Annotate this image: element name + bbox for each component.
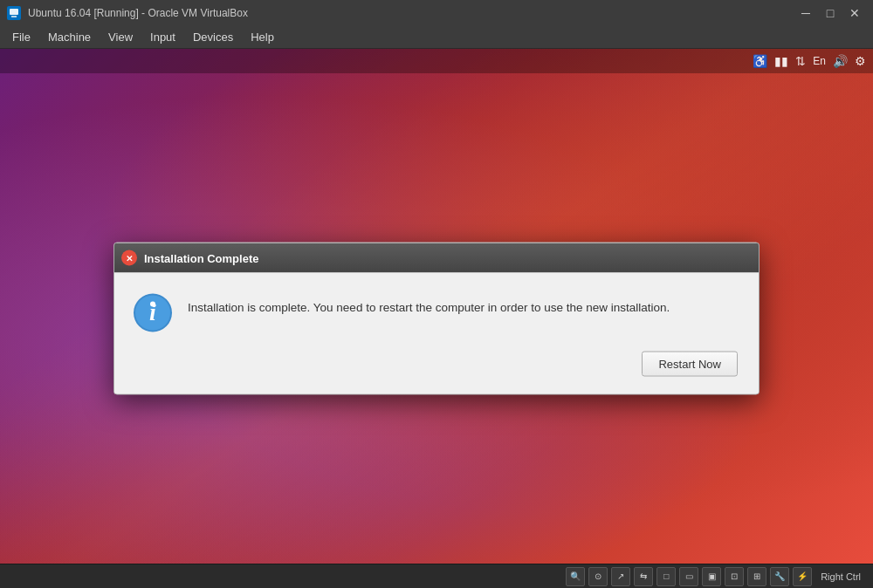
menu-input[interactable]: Input [141,28,184,46]
app-icon [7,6,21,20]
installation-complete-dialog: Installation Complete i Installation is … [113,243,760,395]
maximize-button[interactable]: □ [819,3,842,23]
panel-battery-icon: ▮▮ [774,54,788,68]
window-title: Ubuntu 16.04 [Running] - Oracle VM Virtu… [28,7,787,19]
title-bar: Ubuntu 16.04 [Running] - Oracle VM Virtu… [0,0,873,26]
dialog-body: i Installation is complete. You need to … [114,273,759,394]
bottom-icon-8[interactable]: ⊡ [725,567,744,586]
panel-settings-icon: ⚙ [855,54,866,68]
dialog-close-button[interactable] [121,250,137,266]
menu-bar: File Machine View Input Devices Help [0,26,873,49]
dialog-title-bar: Installation Complete [114,243,759,273]
close-button[interactable]: ✕ [843,3,866,23]
bottom-icon-3[interactable]: ↗ [611,567,630,586]
bottom-icon-6[interactable]: ▭ [679,567,698,586]
dialog-footer: Restart Now [132,352,738,377]
dialog-message-text: Installation is complete. You need to re… [188,291,670,317]
info-icon: i [132,292,174,334]
right-ctrl-label: Right Ctrl [815,571,866,582]
dialog-content-row: i Installation is complete. You need to … [132,291,738,334]
bottom-icon-4[interactable]: ⇆ [634,567,653,586]
panel-network-icon: ⇅ [795,54,806,68]
window-controls: ─ □ ✕ [794,3,866,23]
ubuntu-top-panel: ♿ ▮▮ ⇅ En 🔊 ⚙ [0,49,873,73]
menu-file[interactable]: File [3,28,39,46]
panel-accessibility-icon: ♿ [753,54,767,68]
bottom-icon-usb[interactable]: ⚡ [793,567,812,586]
panel-keyboard-lang: En [813,55,826,67]
bottom-icon-5[interactable]: □ [656,567,676,586]
bottom-icon-2[interactable]: ⊙ [588,567,608,586]
bottom-icon-10[interactable]: 🔧 [770,567,789,586]
bottom-icon-1[interactable]: 🔍 [566,567,585,586]
panel-sound-icon: 🔊 [833,54,848,68]
vm-display-area: ♿ ▮▮ ⇅ En 🔊 ⚙ Installation Complete i [0,49,873,564]
svg-rect-2 [11,16,17,17]
bottom-icon-7[interactable]: ▣ [702,567,721,586]
bottom-icon-9[interactable]: ⊞ [747,567,766,586]
menu-machine[interactable]: Machine [39,28,100,46]
svg-point-6 [150,302,155,307]
minimize-button[interactable]: ─ [794,3,817,23]
menu-help[interactable]: Help [242,28,283,46]
dialog-title: Installation Complete [144,251,258,264]
restart-now-button[interactable]: Restart Now [642,352,738,377]
bottom-status-bar: 🔍 ⊙ ↗ ⇆ □ ▭ ▣ ⊡ ⊞ 🔧 ⚡ Right Ctrl [0,564,873,588]
menu-devices[interactable]: Devices [184,28,242,46]
virtualbox-window: Ubuntu 16.04 [Running] - Oracle VM Virtu… [0,0,873,588]
menu-view[interactable]: View [100,28,141,46]
svg-rect-1 [10,9,18,15]
